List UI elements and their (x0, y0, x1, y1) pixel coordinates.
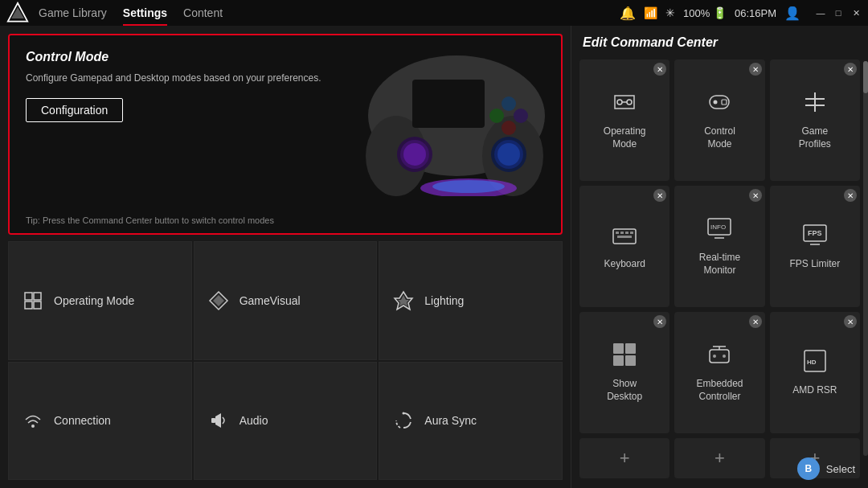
svg-marker-24 (398, 295, 409, 306)
remove-game-profiles[interactable]: ✕ (844, 63, 857, 76)
remove-keyboard[interactable]: ✕ (653, 189, 666, 202)
control-mode-card-label: ControlMode (704, 125, 735, 150)
connection-icon (22, 409, 44, 432)
command-card-show-desktop[interactable]: ✕ ShowDesktop (579, 312, 669, 433)
titlebar: Game Library Settings Content 🔔 📶 ✳ 100%… (0, 0, 868, 26)
left-panel: Control Mode Configure Gamepad and Deskt… (0, 26, 571, 488)
svg-rect-49 (613, 343, 624, 354)
embedded-controller-card-icon (706, 342, 732, 373)
svg-rect-40 (625, 232, 628, 234)
lighting-icon (392, 289, 415, 312)
hero-tip: Tip: Press the Command Center button to … (26, 215, 274, 225)
svg-point-27 (403, 412, 405, 415)
grid-item-connection[interactable]: Connection (8, 362, 192, 481)
svg-rect-26 (211, 418, 215, 423)
svg-text:INFO: INFO (710, 223, 726, 231)
svg-rect-19 (25, 293, 32, 300)
tab-content[interactable]: Content (183, 2, 223, 24)
scrollbar-thumb (863, 61, 868, 93)
svg-point-56 (713, 355, 716, 358)
tab-game-library[interactable]: Game Library (39, 2, 107, 24)
remove-embedded-controller[interactable]: ✕ (749, 315, 762, 328)
right-panel: Edit Command Center ✕ OperatingMode ✕ Co… (571, 26, 868, 488)
command-card-realtime-monitor[interactable]: ✕ INFO Real-timeMonitor (674, 186, 764, 307)
grid-item-operating-mode[interactable]: Operating Mode (8, 241, 192, 360)
command-card-fps-limiter[interactable]: ✕ FPS FPS Limiter (770, 186, 860, 307)
battery-icon: 🔋 (713, 6, 727, 19)
select-label: Select (826, 463, 855, 475)
grid-item-aura-sync[interactable]: Aura Sync (379, 362, 563, 481)
remove-control-mode[interactable]: ✕ (749, 63, 762, 76)
svg-point-10 (502, 121, 516, 135)
svg-marker-1 (11, 7, 24, 18)
svg-point-29 (627, 100, 632, 105)
svg-rect-39 (620, 232, 624, 234)
b-button: B (797, 457, 820, 480)
user-icon: 👤 (784, 6, 800, 21)
svg-point-16 (497, 143, 520, 166)
svg-rect-21 (25, 301, 32, 309)
clock: 06:16PM (735, 7, 776, 19)
keyboard-card-label: Keyboard (604, 258, 645, 271)
edit-command-center-title: Edit Command Center (579, 35, 860, 50)
command-grid: ✕ OperatingMode ✕ ControlMode ✕ (579, 59, 860, 433)
command-card-game-profiles[interactable]: ✕ GameProfiles (770, 59, 860, 181)
embedded-controller-card-label: EmbeddedController (696, 378, 743, 403)
gamevisual-label: GameVisual (240, 294, 301, 307)
scrollbar[interactable] (863, 61, 868, 456)
show-desktop-card-icon (612, 342, 637, 373)
command-card-embedded-controller[interactable]: ✕ EmbeddedController (674, 312, 764, 433)
fps-limiter-card-label: FPS Limiter (789, 258, 840, 271)
remove-realtime-monitor[interactable]: ✕ (749, 189, 762, 202)
command-card-control-mode[interactable]: ✕ ControlMode (674, 59, 764, 181)
minimize-button[interactable]: — (815, 7, 826, 18)
svg-point-57 (723, 355, 726, 358)
hero-description: Configure Gamepad and Desktop modes base… (26, 71, 325, 85)
command-card-operating-mode[interactable]: ✕ OperatingMode (579, 59, 669, 181)
svg-rect-53 (710, 350, 729, 363)
battery-status: 100% 🔋 (683, 6, 727, 19)
app-logo (6, 2, 29, 24)
command-card-keyboard[interactable]: ✕ Keyboard (579, 186, 669, 307)
svg-rect-38 (616, 232, 619, 234)
close-button[interactable]: ✕ (850, 7, 862, 18)
connection-label: Connection (54, 414, 111, 427)
remove-operating-mode[interactable]: ✕ (653, 63, 666, 76)
titlebar-left: Game Library Settings Content (6, 2, 223, 24)
lighting-label: Lighting (424, 294, 464, 307)
maximize-button[interactable]: □ (833, 7, 844, 18)
show-desktop-card-label: ShowDesktop (607, 378, 642, 403)
svg-point-18 (432, 180, 505, 193)
svg-rect-50 (625, 343, 636, 354)
operating-mode-icon (22, 289, 44, 312)
audio-icon (207, 409, 230, 432)
select-hint: B Select (797, 457, 855, 480)
bluetooth-icon: ✳ (665, 6, 675, 19)
button-grid: Operating Mode GameVisual Lighting Conne… (8, 241, 563, 480)
audio-label: Audio (240, 414, 268, 427)
svg-rect-42 (617, 236, 632, 238)
svg-point-7 (502, 96, 516, 111)
svg-point-9 (489, 109, 504, 123)
grid-item-audio[interactable]: Audio (194, 362, 378, 481)
remove-show-desktop[interactable]: ✕ (653, 315, 666, 328)
tab-settings[interactable]: Settings (123, 2, 167, 24)
command-card-amd-rsr[interactable]: ✕ HD AMD RSR (770, 312, 860, 433)
remove-amd-rsr[interactable]: ✕ (844, 315, 857, 328)
gamevisual-icon (207, 289, 230, 312)
grid-item-gamevisual[interactable]: GameVisual (194, 241, 378, 360)
configuration-button[interactable]: Configuration (26, 98, 123, 122)
grid-item-lighting[interactable]: Lighting (379, 241, 563, 360)
svg-rect-6 (412, 80, 485, 128)
svg-rect-22 (34, 301, 41, 309)
svg-rect-51 (613, 355, 624, 366)
game-profiles-card-label: GameProfiles (799, 125, 831, 150)
add-button-1[interactable]: + (579, 438, 669, 478)
hero-title: Control Mode (26, 50, 325, 64)
svg-point-32 (714, 100, 718, 105)
nav-tabs: Game Library Settings Content (39, 2, 223, 24)
window-controls: — □ ✕ (815, 7, 862, 18)
remove-fps-limiter[interactable]: ✕ (844, 189, 857, 202)
add-button-2[interactable]: + (674, 438, 764, 478)
operating-mode-card-label: OperatingMode (604, 125, 646, 150)
